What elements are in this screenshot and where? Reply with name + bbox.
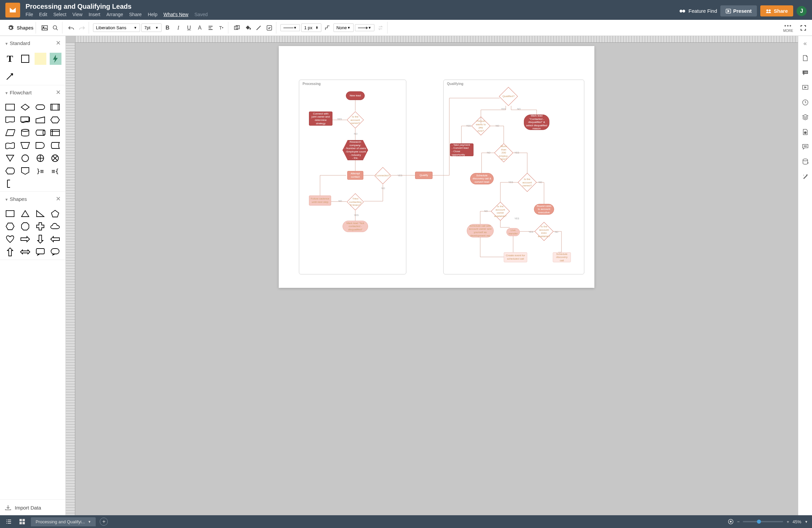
textformat-icon[interactable]: T▾: [217, 23, 226, 32]
italic-icon[interactable]: I: [174, 23, 183, 32]
comments-icon[interactable]: 99: [801, 69, 809, 76]
fc-document[interactable]: [4, 115, 16, 125]
grid-icon[interactable]: [17, 517, 27, 526]
settings-icon[interactable]: [6, 23, 15, 32]
feature-find[interactable]: Feature Find: [679, 8, 717, 14]
node-schedule-disc2[interactable]: Schedule discovery call: [553, 252, 571, 262]
panel-shapes-header[interactable]: ▼ Shapes ✕: [0, 192, 66, 206]
arrowend-select[interactable]: ▼: [355, 24, 374, 31]
sh-callout2[interactable]: [49, 247, 61, 257]
node-take-payment[interactable]: - Take payment - Convert lead - Close op…: [450, 143, 474, 156]
close-icon[interactable]: ✕: [56, 39, 61, 47]
fc-multidoc[interactable]: [19, 115, 31, 125]
panel-standard-header[interactable]: ▼ Standard ✕: [0, 36, 66, 50]
zoom-level[interactable]: 45%: [793, 519, 801, 524]
node-round-robin[interactable]: Round robin to account executive: [534, 204, 554, 215]
fc-display[interactable]: [4, 166, 16, 176]
node-schedule-discovery[interactable]: Schedule discovery call & convert lead: [470, 173, 494, 184]
magic-icon[interactable]: [801, 173, 809, 180]
fc-data[interactable]: [4, 128, 16, 138]
fc-process[interactable]: [4, 102, 16, 112]
panel-flowchart-header[interactable]: ▼ Flowchart ✕: [0, 85, 66, 99]
menu-help[interactable]: Help: [148, 12, 158, 17]
bolt-shape[interactable]: [50, 53, 61, 65]
fc-directdata[interactable]: [34, 128, 46, 138]
zoom-slider[interactable]: [743, 521, 783, 522]
fc-junction[interactable]: [49, 153, 61, 163]
fc-note[interactable]: [4, 179, 16, 189]
node-attempt[interactable]: Attempt contact: [347, 171, 363, 180]
sh-rect[interactable]: [4, 209, 16, 219]
history-icon[interactable]: [801, 99, 809, 106]
menu-select[interactable]: Select: [54, 12, 67, 17]
fullscreen-icon[interactable]: [799, 23, 808, 32]
fc-or[interactable]: [34, 153, 46, 163]
sticky-shape[interactable]: [34, 53, 46, 65]
image-icon[interactable]: [40, 23, 49, 32]
more-button[interactable]: ••• MORE: [783, 23, 793, 32]
lineshape-icon[interactable]: [323, 23, 332, 32]
menu-file[interactable]: File: [26, 12, 33, 17]
user-avatar[interactable]: J: [797, 6, 807, 16]
fc-merge[interactable]: [4, 153, 16, 163]
canvas[interactable]: Processing Qualifying New lead Is the ac…: [75, 43, 798, 515]
zoom-out[interactable]: −: [737, 519, 740, 524]
node-new-lead[interactable]: New lead: [346, 91, 365, 100]
close-icon[interactable]: ✕: [56, 89, 61, 96]
rect-shape[interactable]: [19, 53, 31, 65]
chat-icon[interactable]: [801, 143, 809, 151]
close-icon[interactable]: ✕: [56, 195, 61, 202]
linewidth-select[interactable]: 1 px▲▼: [301, 24, 321, 32]
sh-arrowdown[interactable]: [34, 234, 46, 244]
fc-internal[interactable]: [49, 128, 61, 138]
border-icon[interactable]: [254, 23, 263, 32]
node-live-transfer[interactable]: Live transfer: [506, 228, 520, 236]
sh-hexagon[interactable]: [4, 222, 16, 231]
menu-whatsnew[interactable]: What's New: [163, 12, 188, 17]
sh-cloud[interactable]: [49, 222, 61, 231]
menu-share[interactable]: Share: [129, 12, 142, 17]
menu-edit[interactable]: Edit: [39, 12, 47, 17]
present-button[interactable]: Present: [720, 5, 757, 16]
fc-storeddata[interactable]: [49, 140, 61, 151]
arrowstart-select[interactable]: None▼: [333, 24, 353, 32]
fc-manualinput[interactable]: [34, 115, 46, 125]
fc-predefined[interactable]: [49, 102, 61, 112]
node-cadence[interactable]: Follow cadence until next step: [309, 196, 331, 205]
fc-manualop[interactable]: [19, 140, 31, 151]
menu-view[interactable]: View: [73, 12, 83, 17]
sh-doublearrow[interactable]: [19, 247, 31, 257]
fc-offpage[interactable]: [19, 166, 31, 176]
node-qualify[interactable]: Qualify: [415, 172, 433, 179]
fc-database[interactable]: [19, 128, 31, 138]
sh-cross[interactable]: [34, 222, 46, 231]
collapse-icon[interactable]: «: [803, 40, 807, 47]
fc-decision[interactable]: [19, 102, 31, 112]
fc-delay[interactable]: [34, 140, 46, 151]
fc-bracket[interactable]: }≡: [34, 166, 46, 176]
sh-heart[interactable]: [4, 234, 16, 244]
sh-arrowup[interactable]: [4, 247, 16, 257]
bold-icon[interactable]: B: [163, 23, 172, 32]
share-button[interactable]: Share: [760, 5, 793, 16]
lane-qualifying[interactable]: Qualifying: [443, 80, 584, 274]
sh-triangle[interactable]: [19, 209, 31, 219]
import-data-button[interactable]: Import Data: [0, 499, 66, 515]
shapes-label[interactable]: Shapes: [17, 25, 33, 31]
data-icon[interactable]: [801, 158, 809, 165]
node-schedule-owner[interactable]: Schedule call with account owner and you…: [467, 224, 494, 238]
node-connect-owner[interactable]: Connect with joint owner and determine s…: [309, 112, 332, 126]
page[interactable]: Processing Qualifying New lead Is the ac…: [279, 46, 594, 288]
document-title[interactable]: Processing and Qualifying Leads: [26, 3, 673, 11]
redo-icon[interactable]: [77, 23, 87, 32]
layers-icon[interactable]: [801, 114, 809, 121]
target-icon[interactable]: [728, 518, 734, 525]
fill-icon[interactable]: [243, 23, 252, 32]
font-select[interactable]: Liberation Sans▼: [93, 24, 140, 32]
linestyle-select[interactable]: ▼: [280, 24, 300, 31]
sh-arrowleft[interactable]: [49, 234, 61, 244]
page-tab[interactable]: Processing and Qualifyi...▼: [31, 517, 96, 526]
app-logo[interactable]: [5, 3, 20, 17]
node-disqualified[interactable]: Mark lead "Contacted - disqualified" & s…: [524, 115, 549, 130]
arrow-shape[interactable]: [4, 70, 16, 82]
